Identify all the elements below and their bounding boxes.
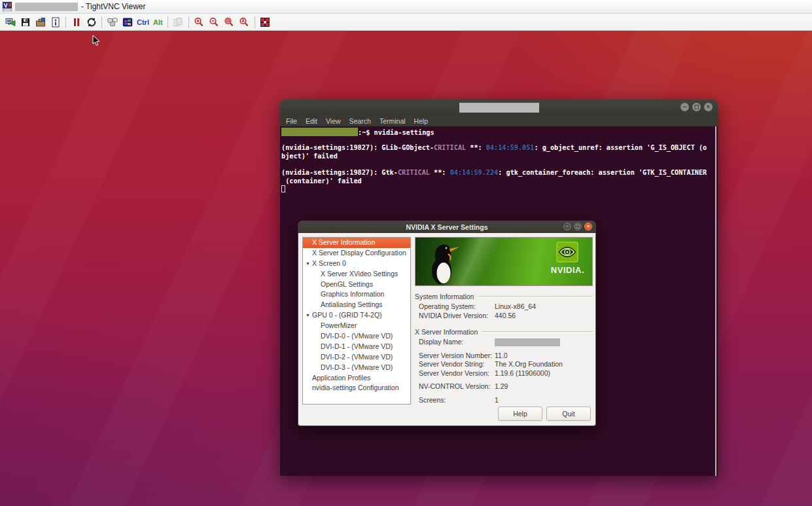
- display-name-redacted-block: [495, 338, 560, 346]
- terminal-menu-help[interactable]: Help: [414, 117, 429, 125]
- nvidia-minimize-button[interactable]: −: [563, 223, 571, 230]
- terminal-menu-file[interactable]: File: [286, 117, 297, 125]
- zoom-out-icon[interactable]: [207, 15, 221, 29]
- sidebar-item-x-server-display-configuration[interactable]: X Server Display Configuration: [303, 248, 410, 259]
- vnc-window-title: - TightVNC Viewer: [81, 2, 145, 11]
- nvidia-logo: NVIDIA.: [551, 242, 584, 275]
- info-value: 440.56: [495, 312, 516, 319]
- info-row: Server Vendor String:The X.Org Foundatio…: [415, 360, 593, 369]
- info-row: Display Name:: [415, 338, 593, 347]
- fullscreen-icon[interactable]: [258, 15, 272, 29]
- info-row: Operating System:Linux-x86_64: [415, 302, 593, 312]
- section-title: System Information: [415, 293, 474, 300]
- nvidia-info-panel: System InformationOperating System:Linux…: [415, 292, 593, 405]
- prompt-user-redacted-block: [281, 128, 358, 136]
- nvidia-titlebar[interactable]: NVIDIA X Server Settings − ◻ ×: [298, 221, 596, 233]
- sidebar-item-label: Antialiasing Settings: [303, 300, 383, 308]
- terminal-title-redacted-block: [459, 103, 539, 113]
- refresh-icon[interactable]: [84, 15, 98, 29]
- tree-expander-icon[interactable]: ▼: [306, 310, 310, 321]
- sidebar-item-label: X Server XVideo Settings: [303, 270, 398, 278]
- sidebar-item-x-server-xvideo-settings[interactable]: X Server XVideo Settings: [303, 269, 410, 280]
- nvidia-close-button[interactable]: ×: [584, 223, 592, 230]
- sidebar-item-x-screen-0[interactable]: ▼X Screen 0: [303, 259, 410, 269]
- sidebar-item-powermizer[interactable]: PowerMizer: [303, 321, 410, 331]
- terminal-scrollbar[interactable]: [715, 126, 716, 476]
- quit-button[interactable]: Quit: [546, 407, 591, 421]
- sidebar-item-antialiasing-settings[interactable]: Antialiasing Settings: [303, 300, 410, 310]
- sidebar-item-label: X Server Display Configuration: [303, 249, 406, 257]
- sidebar-item-application-profiles[interactable]: Application Profiles: [303, 373, 410, 384]
- pause-icon[interactable]: [69, 15, 83, 29]
- terminal-output-line: (container)' failed: [281, 177, 718, 186]
- output-text: : gtk_container_foreach: assertion 'GTK_…: [498, 169, 707, 176]
- terminal-maximize-button[interactable]: ◻: [692, 103, 701, 111]
- sidebar-item-dvi-d-3-vmware-vd[interactable]: DVI-D-3 - (VMware VD): [303, 363, 410, 373]
- sidebar-item-label: Application Profiles: [303, 374, 370, 382]
- nvidia-main-panel: NVIDIA. System InformationOperating Syst…: [415, 237, 593, 405]
- terminal-menu-edit[interactable]: Edit: [306, 117, 317, 125]
- nvidia-category-tree: X Server InformationX Server Display Con…: [302, 237, 411, 405]
- terminal-output-line: (nvidia-settings:19827): GLib-GObject-CR…: [281, 144, 718, 153]
- sidebar-item-label: DVI-D-0 - (VMware VD): [303, 332, 393, 340]
- terminal-menu-terminal[interactable]: Terminal: [380, 117, 406, 125]
- sidebar-item-gpu-0-grid-t4-2q[interactable]: ▼GPU 0 - (GRID T4-2Q): [303, 310, 410, 321]
- info-row: Screens:1: [415, 396, 593, 405]
- section-header: X Server Information: [415, 327, 593, 336]
- ctrl-alt-del-icon[interactable]: [105, 15, 119, 29]
- connection-options-icon[interactable]: [33, 15, 47, 29]
- output-text: : g_object_unref: assertion 'G_IS_OBJECT…: [534, 144, 707, 151]
- info-value: 11.0: [495, 352, 508, 359]
- nvidia-settings-window: NVIDIA X Server Settings − ◻ × X Server …: [298, 221, 596, 426]
- transfer-files-icon[interactable]: [171, 15, 185, 29]
- mouse-cursor-arrow: [92, 35, 100, 49]
- section-title: X Server Information: [415, 328, 478, 336]
- terminal-cursor-line: [281, 185, 718, 194]
- terminal-menu-search[interactable]: Search: [349, 117, 371, 125]
- sidebar-item-graphics-information[interactable]: Graphics Information: [303, 289, 410, 300]
- new-connection-icon[interactable]: [3, 15, 17, 29]
- sidebar-item-label: DVI-D-1 - (VMware VD): [303, 342, 393, 350]
- sidebar-item-x-server-information[interactable]: X Server Information: [303, 238, 410, 248]
- sidebar-item-nvidia-settings-configuration[interactable]: nvidia-settings Configuration: [303, 383, 410, 393]
- terminal-titlebar[interactable]: − ◻ ×: [280, 99, 718, 115]
- info-row: NV-CONTROL Version:1.29: [415, 382, 593, 391]
- win-key-icon[interactable]: [120, 15, 134, 29]
- vnc-title-redacted-block: [15, 3, 78, 11]
- save-session-icon[interactable]: [18, 15, 32, 29]
- nvidia-window-body: X Server InformationX Server Display Con…: [298, 233, 596, 426]
- tree-expander-icon[interactable]: ▼: [306, 259, 310, 269]
- zoom-in-icon[interactable]: [192, 15, 206, 29]
- output-text: (container)' failed: [281, 177, 362, 185]
- toolbar-separator: [188, 16, 189, 28]
- nvidia-maximize-button[interactable]: ◻: [574, 223, 582, 230]
- terminal-minimize-button[interactable]: −: [680, 103, 689, 111]
- output-text: bject)' failed: [281, 153, 338, 160]
- sidebar-item-opengl-settings[interactable]: OpenGL Settings: [303, 280, 410, 290]
- terminal-blank-line: [281, 136, 718, 145]
- info-label: Display Name:: [415, 338, 495, 347]
- terminal-menu-view[interactable]: View: [326, 117, 341, 125]
- toolbar-separator: [65, 16, 66, 28]
- info-label: Operating System:: [415, 302, 495, 312]
- info-row: NVIDIA Driver Version:440.56: [415, 312, 593, 321]
- alt-toggle[interactable]: Alt: [153, 18, 163, 26]
- sidebar-item-dvi-d-0-vmware-vd[interactable]: DVI-D-0 - (VMware VD): [303, 331, 410, 342]
- sidebar-item-dvi-d-2-vmware-vd[interactable]: DVI-D-2 - (VMware VD): [303, 352, 410, 363]
- zoom-fit-icon[interactable]: [222, 15, 236, 29]
- sidebar-item-dvi-d-1-vmware-vd[interactable]: DVI-D-1 - (VMware VD): [303, 342, 410, 352]
- vnc-window-titlebar[interactable]: - TightVNC Viewer: [0, 0, 812, 14]
- terminal-close-button[interactable]: ×: [704, 103, 713, 111]
- sidebar-item-label: GPU 0 - (GRID T4-2Q): [303, 311, 382, 319]
- output-text: **:: [466, 144, 486, 151]
- terminal-output-line: bject)' failed: [281, 153, 718, 161]
- info-value: 1: [495, 396, 499, 404]
- nvidia-banner-image: NVIDIA.: [415, 237, 593, 286]
- svg-text:A: A: [241, 18, 245, 23]
- ctrl-toggle[interactable]: Ctrl: [137, 18, 149, 26]
- nvidia-action-buttons: HelpQuit: [498, 407, 591, 421]
- zoom-100-icon[interactable]: A: [238, 15, 251, 29]
- info-label: Server Vendor Version:: [415, 369, 495, 378]
- connection-info-icon[interactable]: [48, 15, 62, 29]
- help-button[interactable]: Help: [498, 407, 542, 421]
